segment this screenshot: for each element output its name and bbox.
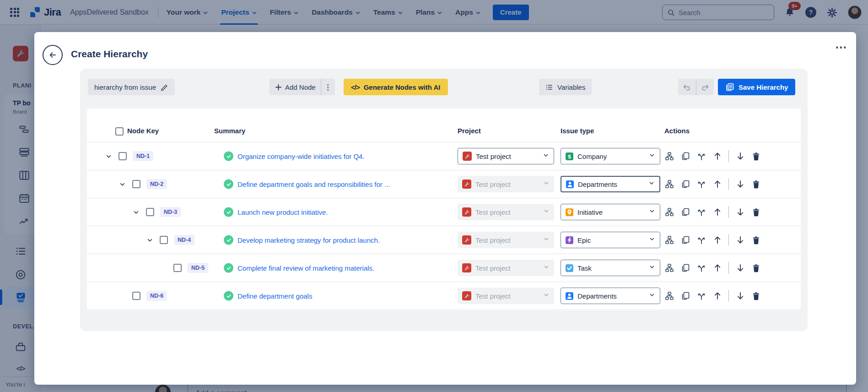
delete-node-button[interactable] [751,234,761,245]
row-checkbox[interactable] [160,236,168,244]
chevron-down-icon [649,236,655,244]
back-button[interactable] [43,45,63,65]
delete-node-button[interactable] [751,151,761,162]
row-actions [664,290,761,302]
table-row-nd-2: ND-2 Define department goals and respons… [87,170,801,198]
duplicate-node-button[interactable] [680,151,690,162]
expand-chevron-icon[interactable] [133,208,140,216]
project-icon [462,207,471,217]
more-options-icon[interactable]: ⋯ [835,40,847,54]
move-up-button[interactable] [712,179,722,190]
add-child-node-button[interactable] [664,151,674,162]
delete-node-button[interactable] [751,262,761,273]
issue-type-select[interactable]: Departments [561,176,660,192]
project-select[interactable]: Test project [458,148,554,164]
move-up-button[interactable] [712,207,722,218]
issue-type-select-value: Initiative [577,208,645,216]
summary-link[interactable]: Define department goals [237,292,312,300]
move-up-button[interactable] [712,262,722,273]
delete-node-button[interactable] [751,290,761,301]
sitemap-icon [665,152,674,161]
redo-button[interactable] [696,79,714,95]
branch-node-button[interactable] [696,151,706,162]
sitemap-icon [665,207,674,217]
project-select[interactable]: Test project [458,204,554,220]
chevron-down-icon [648,180,655,188]
expand-chevron-icon[interactable] [105,152,113,160]
issue-type-select-value: Company [577,152,645,160]
chevron-down-icon [543,152,549,160]
table-row-nd-1: ND-1 Organize company-wide initiatives f… [87,142,801,170]
trash-icon [752,292,760,300]
summary-link[interactable]: Develop marketing strategy for product l… [237,236,380,244]
add-node-kebab-icon[interactable]: ⋮ [321,83,335,92]
project-select[interactable]: Test project [458,288,554,304]
issue-type-icon [566,236,573,244]
duplicate-node-button[interactable] [680,234,690,245]
branch-node-button[interactable] [696,207,706,218]
delete-node-button[interactable] [751,179,761,190]
add-child-node-button[interactable] [664,207,674,218]
issue-type-select[interactable]: Initiative [561,204,660,220]
row-actions [664,178,761,190]
move-down-button[interactable] [735,151,745,162]
issue-type-select[interactable]: $ Company [561,148,660,164]
hierarchy-name-button[interactable]: hierarchy from issue [88,79,175,95]
project-select[interactable]: Test project [458,176,554,192]
node-key-badge: ND-6 [146,291,167,301]
branch-icon [697,207,706,217]
sitemap-icon [665,263,674,272]
issue-type-select[interactable]: Task [561,260,660,276]
copy-icon [681,263,690,272]
select-all-checkbox[interactable] [115,127,124,136]
generate-nodes-ai-button[interactable]: </> Generate Nodes with AI [344,79,448,95]
branch-node-button[interactable] [696,262,706,273]
branch-node-button[interactable] [696,179,706,190]
summary-link[interactable]: Complete final review of marketing mater… [237,264,374,272]
issue-type-select[interactable]: Epic [561,232,660,248]
move-up-button[interactable] [712,290,722,301]
move-down-button[interactable] [735,234,745,245]
arrow-down-icon [736,263,745,272]
duplicate-node-button[interactable] [680,262,690,273]
duplicate-node-button[interactable] [680,179,690,190]
duplicate-node-button[interactable] [680,207,690,218]
save-hierarchy-button[interactable]: Save Hierarchy [718,79,795,95]
move-down-button[interactable] [735,207,745,218]
delete-node-button[interactable] [751,207,761,218]
row-checkbox[interactable] [132,292,140,300]
add-child-node-button[interactable] [664,262,674,273]
add-child-node-button[interactable] [664,234,674,245]
summary-link[interactable]: Organize company-wide initiatives for Q4… [237,152,365,160]
move-up-button[interactable] [712,151,722,162]
svg-text:$: $ [568,153,571,159]
project-select-value: Test project [475,292,539,300]
move-down-button[interactable] [735,179,745,190]
row-checkbox[interactable] [146,208,154,216]
expand-chevron-icon[interactable] [146,236,154,244]
duplicate-node-button[interactable] [680,290,690,301]
add-node-button[interactable]: Add Node [275,83,321,91]
project-select[interactable]: Test project [458,260,554,276]
branch-node-button[interactable] [696,290,706,301]
row-checkbox[interactable] [173,264,182,272]
expand-chevron-icon[interactable] [119,180,126,188]
branch-node-button[interactable] [696,234,706,245]
row-checkbox[interactable] [119,152,127,160]
chevron-down-icon [543,292,550,300]
summary-link[interactable]: Launch new product initiative. [237,208,328,216]
issue-type-select[interactable]: Departments [561,288,660,304]
variables-button[interactable]: Variables [539,79,592,95]
move-down-button[interactable] [735,290,745,301]
node-key-badge: ND-3 [160,207,181,217]
summary-link[interactable]: Define department goals and responsibili… [237,180,390,188]
undo-button[interactable] [678,79,696,95]
add-child-node-button[interactable] [664,290,674,301]
move-down-button[interactable] [735,262,745,273]
row-checkbox[interactable] [132,180,140,188]
move-up-button[interactable] [712,234,722,245]
add-child-node-button[interactable] [664,179,674,190]
row-actions [664,262,761,274]
column-header-summary: Summary [214,127,245,135]
project-select[interactable]: Test project [458,232,554,248]
